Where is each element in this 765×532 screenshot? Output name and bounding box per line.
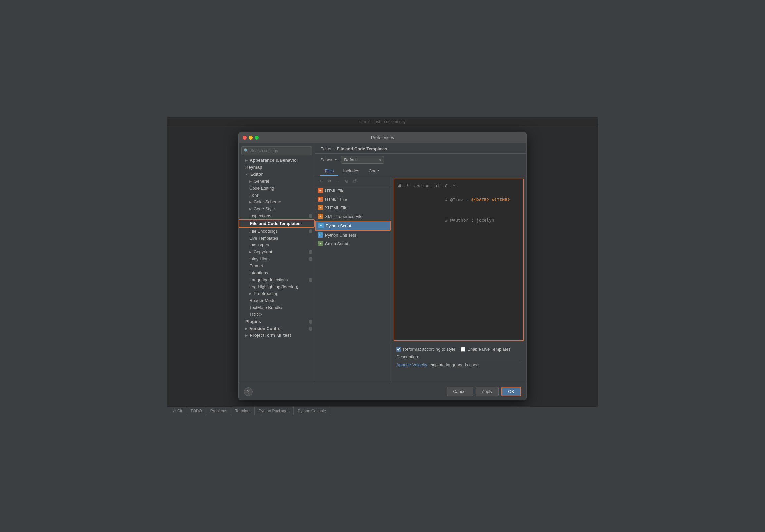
scheme-select[interactable]: Default Project	[341, 156, 384, 164]
sidebar-item-file-code-templates[interactable]: File and Code Templates	[239, 219, 315, 228]
sidebar-item-font[interactable]: Font	[239, 191, 315, 198]
sidebar-label: TODO	[249, 312, 262, 317]
scroll-indicator	[309, 278, 312, 282]
chevron-right-icon: ▶	[246, 334, 248, 337]
chevron-right-icon: ▶	[246, 159, 248, 162]
sidebar-item-proofreading[interactable]: ▶ Proofreading	[239, 290, 315, 297]
sidebar-item-appearance[interactable]: ▶ Appearance & Behavior	[239, 157, 315, 164]
sidebar-label: Log Highlighting (Ideolog)	[249, 284, 299, 289]
code-line-1: # -*- coding: utf-8 -*-	[398, 183, 519, 189]
reformat-checkbox-label[interactable]: Reformat according to style	[396, 347, 455, 352]
statusbar-git[interactable]: ⎇ Git	[167, 406, 187, 415]
checkbox-row: Reformat according to style Enable Live …	[396, 347, 521, 352]
file-item-xml-properties[interactable]: X XML Properties File	[315, 212, 391, 221]
statusbar-python-packages[interactable]: Python Packages	[255, 406, 294, 415]
sidebar-item-intentions[interactable]: Intentions	[239, 269, 315, 276]
modal-overlay: Preferences 🔍 ▶ Appearance & Behavior	[167, 117, 598, 415]
sidebar-label: Font	[249, 192, 258, 197]
sidebar-label: Intentions	[249, 270, 268, 275]
file-item-xhtml[interactable]: X XHTML File	[315, 203, 391, 212]
add-template-button[interactable]: +	[317, 177, 324, 185]
live-templates-checkbox-label[interactable]: Enable Live Templates	[461, 347, 511, 352]
ok-button[interactable]: OK	[501, 387, 521, 397]
python-unit-test-icon: P	[318, 232, 323, 238]
minimize-button[interactable]	[249, 135, 253, 139]
sidebar-item-file-types[interactable]: File Types	[239, 241, 315, 248]
remove-template-button[interactable]: −	[334, 177, 342, 185]
tabs-bar: Files Includes Code	[315, 166, 526, 176]
file-item-label: Python Script	[326, 223, 351, 228]
scroll-indicator	[309, 327, 312, 331]
sidebar-item-project[interactable]: ▶ Project: crm_ui_test	[239, 332, 315, 339]
sidebar-item-plugins[interactable]: Plugins	[239, 318, 315, 325]
file-toolbar: + ⧉ − ⎘ ↺	[315, 176, 391, 186]
scroll-indicator	[309, 214, 312, 218]
sidebar-item-copyright[interactable]: ▶ Copyright	[239, 248, 315, 255]
code-editor[interactable]: # -*- coding: utf-8 -*- # @Time : ${DATE…	[394, 179, 523, 341]
file-item-html[interactable]: H HTML File	[315, 186, 391, 195]
sidebar-item-code-style[interactable]: ▶ Code Style	[239, 205, 315, 212]
bottom-options: Reformat according to style Enable Live …	[391, 344, 526, 383]
tab-files[interactable]: Files	[320, 166, 339, 176]
sidebar-item-code-editing[interactable]: Code Editing	[239, 185, 315, 191]
cancel-button[interactable]: Cancel	[447, 387, 472, 397]
sidebar-item-language-injections[interactable]: Language Injections	[239, 276, 315, 283]
copy-template-button[interactable]: ⧉	[326, 177, 333, 185]
file-item-label: Python Unit Test	[325, 233, 356, 238]
maximize-button[interactable]	[255, 135, 259, 139]
help-button[interactable]: ?	[244, 388, 253, 396]
sidebar-item-log-highlighting[interactable]: Log Highlighting (Ideolog)	[239, 283, 315, 290]
sidebar-label: Editor	[250, 172, 263, 177]
close-button[interactable]	[243, 135, 247, 139]
sidebar-item-textmate-bundles[interactable]: TextMate Bundles	[239, 304, 315, 311]
scroll-indicator	[309, 320, 312, 324]
search-input[interactable]	[242, 146, 312, 155]
sidebar-item-inspections[interactable]: Inspections	[239, 212, 315, 219]
settings-sidebar: 🔍 ▶ Appearance & Behavior Keymap ▼	[239, 143, 315, 383]
sidebar-item-general[interactable]: ▶ General	[239, 178, 315, 185]
sidebar-item-emmet[interactable]: Emmet	[239, 262, 315, 269]
ide-window: crm_ui_test – customer.py Preferences 🔍	[167, 117, 598, 415]
sidebar-item-version-control[interactable]: ▶ Version Control	[239, 325, 315, 332]
apache-velocity-link[interactable]: Apache Velocity	[396, 362, 427, 367]
chevron-right-icon: ▶	[249, 250, 252, 254]
description-label: Description:	[396, 354, 521, 359]
live-templates-checkbox[interactable]	[461, 347, 465, 352]
statusbar-python-console[interactable]: Python Console	[294, 406, 330, 415]
duplicate-template-button[interactable]: ⎘	[343, 177, 350, 185]
sidebar-label: Plugins	[246, 319, 261, 324]
sidebar-item-todo[interactable]: TODO	[239, 311, 315, 318]
sidebar-item-keymap[interactable]: Keymap	[239, 164, 315, 171]
sidebar-item-file-encodings[interactable]: File Encodings	[239, 228, 315, 235]
tab-includes[interactable]: Includes	[339, 166, 364, 176]
code-panel: # -*- coding: utf-8 -*- # @Time : ${DATE…	[391, 176, 526, 383]
file-item-python-script[interactable]: P Python Script	[315, 221, 391, 231]
statusbar-terminal[interactable]: Terminal	[231, 406, 254, 415]
search-icon: 🔍	[244, 148, 249, 153]
reset-template-button[interactable]: ↺	[352, 177, 359, 185]
chevron-right-icon: ▶	[249, 200, 252, 204]
sidebar-label: File Encodings	[249, 229, 278, 234]
sidebar-item-inlay-hints[interactable]: Inlay Hints	[239, 255, 315, 262]
sidebar-item-reader-mode[interactable]: Reader Mode	[239, 297, 315, 304]
traffic-lights	[243, 135, 259, 139]
sidebar-label: Appearance & Behavior	[250, 158, 299, 163]
statusbar-todo[interactable]: TODO	[187, 406, 206, 415]
statusbar-problems[interactable]: Problems	[206, 406, 232, 415]
sidebar-label: Reader Mode	[249, 298, 276, 303]
sidebar-item-live-templates[interactable]: Live Templates	[239, 235, 315, 241]
scheme-select-wrapper: Default Project ▼	[341, 156, 384, 164]
scroll-indicator	[309, 257, 312, 261]
file-item-python-unit-test[interactable]: P Python Unit Test	[315, 231, 391, 239]
file-item-setup-script[interactable]: S Setup Script	[315, 239, 391, 248]
file-item-label: XHTML File	[325, 205, 348, 210]
sidebar-label: File and Code Templates	[250, 221, 301, 226]
sidebar-item-editor[interactable]: ▼ Editor	[239, 171, 315, 178]
reformat-checkbox[interactable]	[396, 347, 401, 352]
sidebar-label: Code Style	[254, 206, 275, 211]
sidebar-item-color-scheme[interactable]: ▶ Color Scheme	[239, 198, 315, 205]
sidebar-label: Inspections	[249, 213, 271, 218]
file-item-html4[interactable]: H HTML4 File	[315, 195, 391, 203]
tab-code[interactable]: Code	[364, 166, 383, 176]
apply-button[interactable]: Apply	[475, 387, 499, 397]
